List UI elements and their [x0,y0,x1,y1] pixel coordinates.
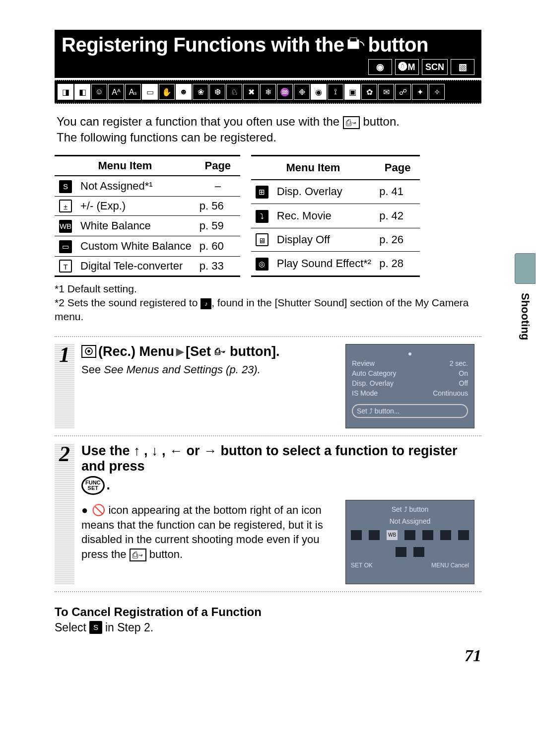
col-menu-item: Menu Item [251,155,375,179]
strip-icon: ✿ [361,84,377,100]
strip-icon: Aᴬ [108,84,124,100]
item-page: p. 60 [196,236,240,256]
display-off-icon: 🖥 [256,233,268,246]
strip-icon: ⟟ [328,84,343,100]
intro-text: You can register a function that you oft… [57,114,479,146]
custom-wb-icon: ▭ [59,240,72,253]
footnotes: *1 Default setting. *2 Sets the sound re… [55,282,481,324]
item-name: +/- (Exp.) [76,196,196,215]
teleconverter-icon: T [59,260,72,273]
strip-icon: ✧ [429,84,445,100]
print-shortcut-icon: ⎙↝ [130,549,146,561]
cancel-title: To Cancel Registration of a Function [55,605,481,619]
intro-line1-pre: You can register a function that you oft… [57,115,339,128]
section-side-tab: Shooting [514,253,536,340]
item-page: p. 26 [375,228,420,251]
mode-manual-icon: 🅞M [395,59,419,75]
rec-menu-icon: ⦿ [81,345,96,358]
table-row: WB White Balance p. 59 [55,215,240,236]
functions-table-right: Menu Item Page ⊞ Disp. Overlay p. 41 ⤵ R… [251,155,420,277]
print-shortcut-icon: ⎙↝ [343,116,360,129]
strip-icon: ◉ [311,84,327,100]
strip-icon: ☻ [176,84,192,100]
step1-subtext: See See Menus and Settings (p. 23). [81,363,337,376]
strip-icon: ❉ [294,84,310,100]
table-row: 🖥 Display Off p. 26 [251,228,420,251]
step1-screenshot: ● Review2 sec. Auto CategoryOn Disp. Ove… [345,344,474,428]
item-page: p. 28 [375,251,420,276]
cancel-section: To Cancel Registration of a Function Sel… [55,605,481,634]
step1-title: ⦿ (Rec.) Menu ▶ [Set ⎙↝ button]. [81,344,337,359]
mode-movie-icon: ▧ [451,59,474,75]
white-balance-icon: WB [59,220,72,233]
intro-line1-post: button. [363,115,400,128]
print-shortcut-icon [347,34,365,56]
item-page: p. 59 [196,215,240,236]
functions-tables: Menu Item Page S Not Assigned*¹ – ± +/- … [55,155,481,277]
print-shortcut-icon: ⎙↝ [213,345,228,358]
strip-icon: ❆ [209,84,225,100]
strip-icon: Aₛ [125,84,141,100]
strip-icon: ✦ [412,84,428,100]
mode-badges: ◉ 🅞M SCN ▧ [62,59,474,75]
side-tab-color [515,253,536,284]
step-number: 1 [59,342,70,426]
table-row: ⊞ Disp. Overlay p. 41 [251,180,420,204]
strip-icon: ❄ [260,84,276,100]
col-page: Page [196,155,240,176]
strip-icon: ◧ [74,84,90,100]
disp-overlay-icon: ⊞ [256,186,268,199]
highlighted-menu-item: Set ⤴ button... [352,404,468,418]
table-row: ⤵ Rec. Movie p. 42 [251,204,420,228]
strip-icon: ♘ [226,84,242,100]
steps: 1 ⦿ (Rec.) Menu ▶ [Set ⎙↝ button]. S [55,336,481,592]
col-page: Page [375,155,420,179]
item-name: Digital Tele-converter [76,256,196,276]
strip-icon: ▣ [344,84,360,100]
exposure-icon: ± [59,200,72,212]
item-name: Disp. Overlay [273,180,375,204]
cancel-body: Select S in Step 2. [55,621,481,634]
strip-icon: ❀ [193,84,208,100]
section-header: Registering Functions with the button ◉ … [55,30,481,78]
strip-icon: ☺ [91,84,107,100]
prohibit-icon: 🚫 [92,504,105,516]
item-page: – [196,176,240,197]
side-tab-label: Shooting [519,293,532,340]
arrow-right-icon: ▶ [176,345,184,357]
item-page: p. 56 [196,196,240,215]
func-set-button-icon: FUNCSET [81,476,105,495]
item-page: p. 42 [375,204,420,228]
intro-line2: The following functions can be registere… [57,131,276,144]
item-name: Display Off [273,228,375,251]
item-name: Play Sound Effect*² [273,251,375,276]
rec-movie-icon: ⤵ [256,210,268,223]
functions-table-left: Menu Item Page S Not Assigned*¹ – ± +/- … [55,155,240,277]
step-number: 2 [59,441,70,582]
table-row: ▭ Custom White Balance p. 60 [55,236,240,256]
item-name: Rec. Movie [273,204,375,228]
scene-icon-strip: ◨ ◧ ☺ Aᴬ Aₛ ▭ ✋ ☻ ❀ ❆ ♘ ✖ ❄ ♒ ❉ ◉ ⟟ ▣ ✿ … [55,80,481,104]
strip-icon: ✉ [378,84,394,100]
mode-scn-icon: SCN [422,59,448,75]
col-menu-item: Menu Item [55,155,196,176]
strip-icon: ♒ [277,84,293,100]
step-1: 1 ⦿ (Rec.) Menu ▶ [Set ⎙↝ button]. S [55,337,481,436]
item-page: p. 41 [375,180,420,204]
strip-icon: ☍ [395,84,411,100]
table-row: ± +/- (Exp.) p. 56 [55,196,240,215]
mode-auto-icon: ◉ [368,59,392,75]
not-assigned-icon: S [89,621,102,634]
step2-title: Use the ↑ , ↓ , ← or → button to select … [81,443,474,495]
table-row: S Not Assigned*¹ – [55,176,240,197]
header-title: Registering Functions with the button [62,34,474,56]
strip-icon: ✖ [243,84,259,100]
strip-icon: ◨ [58,84,73,100]
table-row: T Digital Tele-converter p. 33 [55,256,240,276]
step2-note: ●🚫 icon appearing at the bottom right of… [81,503,337,562]
header-title-pre: Registering Functions with the [62,34,344,56]
footnote-2: *2 Sets the sound registered to ♪, found… [55,296,481,324]
strip-icon: ▭ [142,84,158,100]
item-name: White Balance [76,215,196,236]
item-name: Custom White Balance [76,236,196,256]
